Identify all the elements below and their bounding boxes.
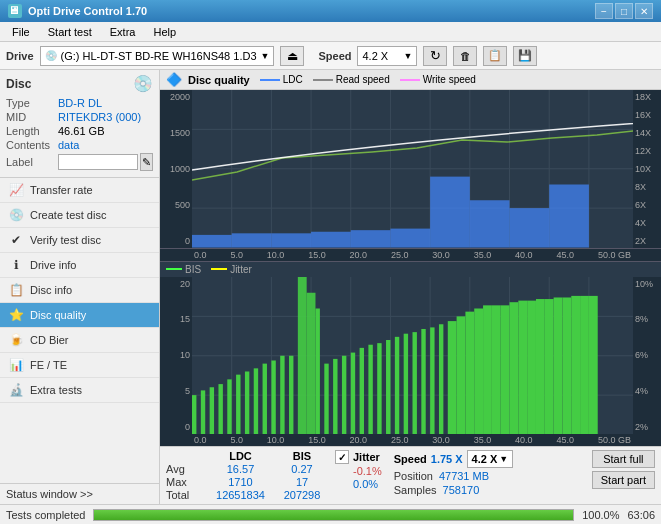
- save-button[interactable]: 💾: [513, 46, 537, 66]
- svg-rect-54: [333, 358, 337, 434]
- bis-x-0: 0.0: [194, 435, 207, 445]
- speed-stat-dropdown-icon: ▼: [499, 454, 508, 464]
- maximize-button[interactable]: □: [615, 3, 633, 19]
- sidebar-item-disc-quality[interactable]: ⭐ Disc quality: [0, 303, 159, 328]
- legend-write-speed: Write speed: [400, 74, 476, 85]
- copy-button[interactable]: 📋: [483, 46, 507, 66]
- drive-eject-button[interactable]: ⏏: [280, 46, 304, 66]
- disc-length-value: 46.61 GB: [58, 125, 104, 137]
- elapsed-time: 63:06: [627, 509, 655, 521]
- sidebar-item-verify-test-disc[interactable]: ✔ Verify test disc: [0, 228, 159, 253]
- svg-rect-64: [421, 328, 425, 434]
- status-window-button[interactable]: Status window >>: [0, 483, 159, 504]
- bis-yaxis-r-2: 2%: [635, 422, 648, 432]
- svg-rect-16: [271, 233, 311, 247]
- ldc-yaxis-r-16x: 16X: [635, 110, 651, 120]
- ldc-yaxis-1500: 1500: [170, 128, 190, 138]
- start-part-button[interactable]: Start part: [592, 471, 655, 489]
- stats-max-bis: 17: [277, 476, 327, 488]
- speed-selector[interactable]: 4.2 X ▼: [357, 46, 417, 66]
- ldc-x-35: 35.0: [474, 250, 492, 260]
- svg-rect-50: [298, 277, 307, 435]
- bis-yaxis-r-6: 6%: [635, 350, 648, 360]
- refresh-button[interactable]: ↻: [423, 46, 447, 66]
- speed-stat-value: 1.75 X: [431, 453, 463, 465]
- ldc-yaxis-r-18x: 18X: [635, 92, 651, 102]
- progress-bar-container: [93, 509, 574, 521]
- bis-legend-label: BIS: [185, 264, 201, 275]
- stats-max-jitter: 0.0%: [335, 478, 382, 490]
- svg-rect-45: [254, 368, 258, 434]
- menu-file[interactable]: File: [4, 24, 38, 40]
- ldc-x-5: 5.0: [230, 250, 243, 260]
- erase-button[interactable]: 🗑: [453, 46, 477, 66]
- bis-yaxis-r-4: 4%: [635, 386, 648, 396]
- menu-start-test[interactable]: Start test: [40, 24, 100, 40]
- minimize-button[interactable]: −: [595, 3, 613, 19]
- ldc-yaxis-r-10x: 10X: [635, 164, 651, 174]
- sidebar-item-create-test-disc[interactable]: 💿 Create test disc: [0, 203, 159, 228]
- progress-percent: 100.0%: [582, 509, 619, 521]
- disc-quality-header: 🔷 Disc quality LDC Read speed Write spee…: [160, 70, 661, 90]
- sidebar-item-cd-bier[interactable]: 🍺 CD Bier: [0, 328, 159, 353]
- bis-x-15: 15.0: [308, 435, 326, 445]
- sidebar-item-verify-test-disc-label: Verify test disc: [30, 234, 101, 246]
- svg-rect-82: [580, 295, 589, 434]
- svg-rect-58: [368, 344, 372, 434]
- svg-rect-19: [390, 229, 430, 248]
- transfer-rate-icon: 📈: [8, 183, 24, 197]
- legend-ldc-label: LDC: [283, 74, 303, 85]
- sidebar-item-extra-tests[interactable]: 🔬 Extra tests: [0, 378, 159, 403]
- menu-help[interactable]: Help: [145, 24, 184, 40]
- sidebar-item-disc-info[interactable]: 📋 Disc info: [0, 278, 159, 303]
- bis-x-35: 35.0: [474, 435, 492, 445]
- svg-rect-49: [289, 355, 293, 434]
- sidebar-item-fe-te[interactable]: 📊 FE / TE: [0, 353, 159, 378]
- stats-avg-ldc: 16.57: [208, 463, 273, 475]
- progress-bar-fill: [94, 510, 573, 520]
- svg-rect-21: [470, 200, 510, 247]
- ldc-chart-svg: [192, 90, 633, 248]
- jitter-checkbox[interactable]: ✓: [335, 450, 349, 464]
- drivebar: Drive 💿 (G:) HL-DT-ST BD-RE WH16NS48 1.D…: [0, 42, 661, 70]
- legend-ldc: LDC: [260, 74, 303, 85]
- legend-write-speed-label: Write speed: [423, 74, 476, 85]
- svg-rect-56: [351, 352, 355, 434]
- cd-bier-icon: 🍺: [8, 333, 24, 347]
- svg-rect-42: [227, 379, 231, 434]
- svg-rect-81: [571, 295, 580, 434]
- svg-rect-71: [483, 305, 492, 434]
- speed-value: 4.2 X: [362, 50, 388, 62]
- drive-label: Drive: [6, 50, 34, 62]
- bis-yaxis-15: 15: [180, 314, 190, 324]
- app-icon: 🖥: [8, 4, 22, 18]
- sidebar-item-transfer-rate[interactable]: 📈 Transfer rate: [0, 178, 159, 203]
- ldc-yaxis-r-2x: 2X: [635, 236, 646, 246]
- bis-yaxis-20: 20: [180, 279, 190, 289]
- sidebar-item-drive-info[interactable]: ℹ Drive info: [0, 253, 159, 278]
- svg-rect-66: [439, 324, 443, 434]
- legend-read-speed-label: Read speed: [336, 74, 390, 85]
- bis-x-20: 20.0: [350, 435, 368, 445]
- svg-rect-72: [492, 305, 501, 434]
- ldc-yaxis-500: 500: [175, 200, 190, 210]
- menu-extra[interactable]: Extra: [102, 24, 144, 40]
- disc-label-edit-button[interactable]: ✎: [140, 153, 153, 171]
- speed-stat-selector[interactable]: 4.2 X ▼: [467, 450, 514, 468]
- disc-label-input[interactable]: [58, 154, 138, 170]
- legend-ldc-line: [260, 79, 280, 81]
- position-label: Position: [394, 470, 433, 482]
- bis-xaxis: 0.0 5.0 10.0 15.0 20.0 25.0 30.0 35.0 40…: [160, 434, 661, 446]
- ldc-x-30: 30.0: [432, 250, 450, 260]
- content-area: 🔷 Disc quality LDC Read speed Write spee…: [160, 70, 661, 504]
- speed-label: Speed: [318, 50, 351, 62]
- drive-selector[interactable]: 💿 (G:) HL-DT-ST BD-RE WH16NS48 1.D3 ▼: [40, 46, 275, 66]
- stats-avg-bis: 0.27: [277, 463, 327, 475]
- svg-rect-79: [554, 297, 563, 434]
- start-full-button[interactable]: Start full: [592, 450, 655, 468]
- fe-te-icon: 📊: [8, 358, 24, 372]
- svg-rect-69: [465, 311, 474, 434]
- sidebar-item-cd-bier-label: CD Bier: [30, 334, 69, 346]
- close-button[interactable]: ✕: [635, 3, 653, 19]
- stats-avg-jitter: -0.1%: [335, 465, 382, 477]
